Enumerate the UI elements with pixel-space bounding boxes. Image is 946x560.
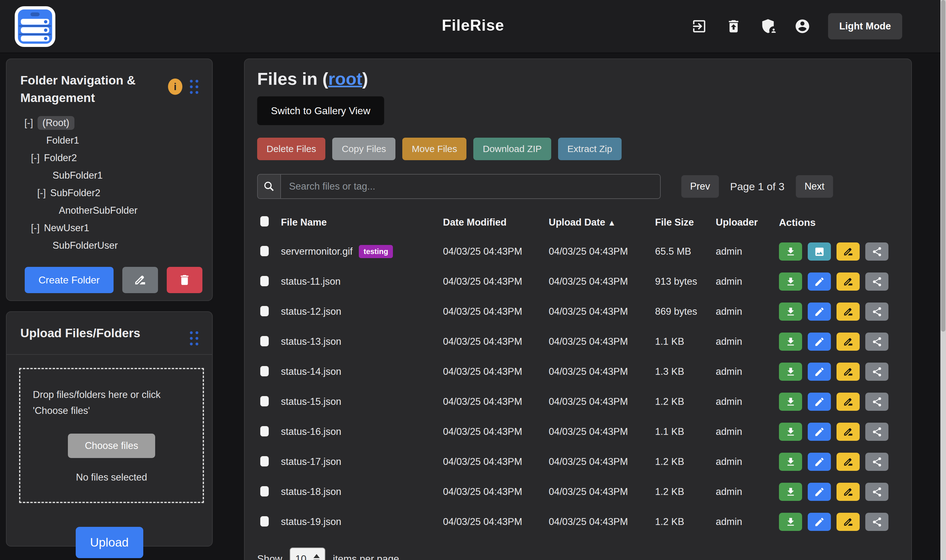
tree-label[interactable]: SubFolder2: [50, 188, 100, 198]
search-input[interactable]: [280, 174, 661, 199]
table-row[interactable]: status-11.json 04/03/25 04:43PM 04/03/25…: [257, 266, 899, 297]
table-row[interactable]: status-16.json 04/03/25 04:43PM 04/03/25…: [257, 417, 899, 447]
next-page-button[interactable]: Next: [796, 175, 834, 198]
edit-button[interactable]: [808, 392, 831, 411]
column-uploader[interactable]: Uploader: [716, 217, 779, 228]
tree-collapse-toggle[interactable]: [-]: [31, 222, 40, 234]
tree-item-folder2[interactable]: [-]Folder2: [6, 149, 212, 167]
tree-item-anothersubfolder[interactable]: AnotherSubFolder: [6, 202, 212, 219]
row-checkbox[interactable]: [260, 516, 269, 526]
tree-collapse-toggle[interactable]: [-]: [25, 117, 33, 129]
tree-item-root[interactable]: [-](Root): [6, 114, 212, 132]
download-button[interactable]: [779, 423, 802, 441]
edit-button[interactable]: [808, 272, 831, 291]
tree-item-subfolder2[interactable]: [-]SubFolder2: [6, 184, 212, 202]
rename-button[interactable]: [837, 423, 860, 441]
table-row[interactable]: status-12.json 04/03/25 04:43PM 04/03/25…: [257, 297, 899, 327]
row-checkbox[interactable]: [260, 366, 269, 376]
share-button[interactable]: [865, 513, 888, 531]
rename-button[interactable]: [837, 272, 860, 291]
table-row[interactable]: status-17.json 04/03/25 04:43PM 04/03/25…: [257, 447, 899, 477]
download-button[interactable]: [779, 303, 802, 321]
edit-button[interactable]: [808, 513, 831, 531]
share-button[interactable]: [865, 423, 888, 441]
table-row[interactable]: status-14.json 04/03/25 04:43PM 04/03/25…: [257, 357, 899, 387]
edit-button[interactable]: [808, 453, 831, 471]
download-button[interactable]: [779, 363, 802, 381]
prev-page-button[interactable]: Prev: [681, 175, 719, 198]
download-button[interactable]: [779, 272, 802, 291]
create-folder-button[interactable]: Create Folder: [25, 267, 114, 293]
edit-button[interactable]: [808, 303, 831, 321]
share-button[interactable]: [865, 332, 888, 351]
table-row[interactable]: status-19.json 04/03/25 04:43PM 04/03/25…: [257, 507, 899, 537]
row-checkbox[interactable]: [260, 306, 269, 316]
trash-restore-icon[interactable]: [725, 17, 742, 35]
admin-settings-icon[interactable]: [759, 17, 777, 35]
copy-files-button[interactable]: Copy Files: [332, 138, 395, 160]
logout-icon[interactable]: [691, 17, 708, 35]
share-button[interactable]: [865, 243, 888, 261]
rename-button[interactable]: [837, 363, 860, 381]
search-icon[interactable]: [257, 174, 280, 199]
edit-button[interactable]: [808, 332, 831, 351]
tree-label[interactable]: SubFolder1: [52, 170, 103, 181]
scrollbar-thumb[interactable]: [941, 0, 945, 332]
share-button[interactable]: [865, 272, 888, 291]
root-folder-link[interactable]: root: [328, 69, 362, 89]
row-checkbox[interactable]: [260, 246, 269, 256]
edit-button[interactable]: [808, 363, 831, 381]
tree-collapse-toggle[interactable]: [-]: [31, 152, 40, 164]
table-row[interactable]: status-15.json 04/03/25 04:43PM 04/03/25…: [257, 387, 899, 417]
choose-files-button[interactable]: Choose files: [68, 434, 155, 458]
share-button[interactable]: [865, 363, 888, 381]
delete-folder-button[interactable]: [167, 267, 202, 293]
download-button[interactable]: [779, 513, 802, 531]
column-date-modified[interactable]: Date Modified: [443, 217, 549, 228]
row-checkbox[interactable]: [260, 456, 269, 466]
select-all-checkbox[interactable]: [260, 216, 269, 226]
file-dropzone[interactable]: Drop files/folders here or click 'Choose…: [19, 368, 204, 503]
tag-badge[interactable]: testing: [359, 245, 393, 258]
drag-handle-icon[interactable]: [190, 80, 198, 94]
row-checkbox[interactable]: [260, 486, 269, 497]
share-button[interactable]: [865, 392, 888, 411]
drag-handle-icon[interactable]: [190, 331, 198, 345]
column-upload-date[interactable]: Upload Date▲: [549, 217, 655, 228]
tree-label[interactable]: NewUser1: [44, 222, 89, 234]
row-checkbox[interactable]: [260, 276, 269, 286]
upload-button[interactable]: Upload: [76, 527, 143, 558]
rename-button[interactable]: [837, 243, 860, 261]
download-button[interactable]: [779, 483, 802, 501]
tree-item-newuser1[interactable]: [-]NewUser1: [6, 219, 212, 237]
preview-image-button[interactable]: [808, 243, 831, 261]
row-checkbox[interactable]: [260, 396, 269, 406]
tree-item-subfolder1[interactable]: SubFolder1: [6, 167, 212, 184]
tree-label[interactable]: SubFolderUser: [52, 240, 118, 251]
download-button[interactable]: [779, 243, 802, 261]
edit-button[interactable]: [808, 423, 831, 441]
table-row[interactable]: servermonitor.giftesting 04/03/25 04:43P…: [257, 237, 899, 266]
rename-button[interactable]: [837, 392, 860, 411]
row-checkbox[interactable]: [260, 426, 269, 437]
rename-button[interactable]: [837, 483, 860, 501]
light-mode-button[interactable]: Light Mode: [828, 13, 902, 39]
rename-button[interactable]: [837, 513, 860, 531]
download-zip-button[interactable]: Download ZIP: [473, 138, 551, 160]
table-row[interactable]: status-13.json 04/03/25 04:43PM 04/03/25…: [257, 327, 899, 357]
page-scrollbar[interactable]: [940, 0, 946, 560]
switch-gallery-view-button[interactable]: Switch to Gallery View: [257, 96, 384, 125]
edit-button[interactable]: [808, 483, 831, 501]
tree-label[interactable]: (Root): [37, 116, 74, 130]
download-button[interactable]: [779, 392, 802, 411]
rename-button[interactable]: [837, 303, 860, 321]
tree-collapse-toggle[interactable]: [-]: [37, 188, 46, 198]
delete-files-button[interactable]: Delete Files: [257, 138, 325, 160]
move-files-button[interactable]: Move Files: [402, 138, 466, 160]
rename-button[interactable]: [837, 332, 860, 351]
share-button[interactable]: [865, 453, 888, 471]
tree-label[interactable]: AnotherSubFolder: [59, 205, 138, 216]
rename-button[interactable]: [837, 453, 860, 471]
column-file-name[interactable]: File Name: [281, 217, 443, 228]
row-checkbox[interactable]: [260, 336, 269, 346]
